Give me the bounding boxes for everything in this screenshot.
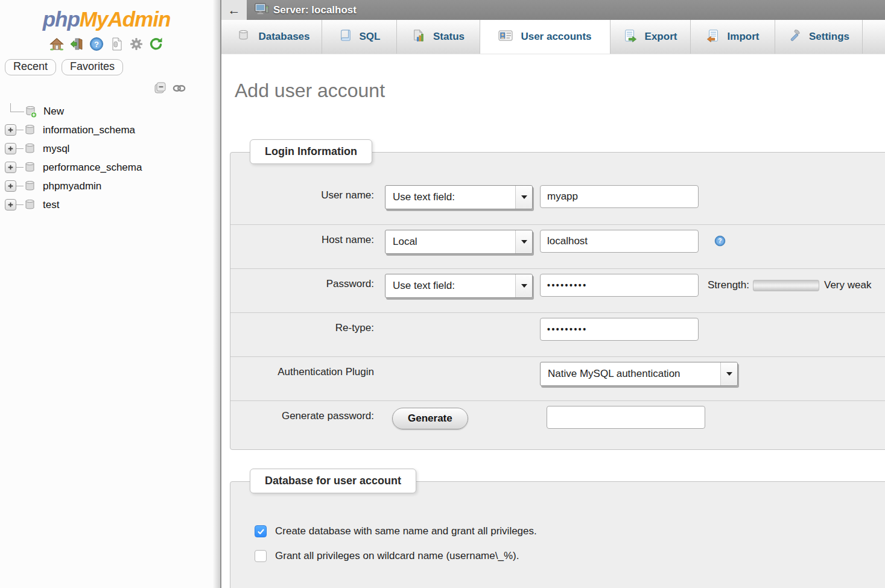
topbar: ← Server: localhost <box>221 0 885 20</box>
password-label: Password: <box>255 274 374 290</box>
username-label: User name: <box>255 185 374 201</box>
hostname-input[interactable] <box>540 230 699 253</box>
chevron-down-icon <box>515 186 532 209</box>
selected-option: Use text field: <box>385 280 515 292</box>
tree-item-database: phpmyadmin <box>0 177 213 195</box>
auth-plugin-label: Authentication Plugin <box>255 362 374 378</box>
tree-item-new-label[interactable]: New <box>43 106 64 118</box>
database-for-user-legend: Database for user account <box>250 469 416 493</box>
refresh-icon[interactable] <box>149 37 163 51</box>
docs-icon[interactable] <box>109 37 124 51</box>
database-for-user-fieldset: Database for user account Create databas… <box>230 481 885 588</box>
tab-label: Settings <box>809 31 849 43</box>
database-icon <box>24 198 37 212</box>
tab-sql[interactable]: SQL <box>322 20 397 54</box>
sidebar: phpMyAdmin ? Recent Favorites <box>0 0 213 588</box>
create-database-label[interactable]: Create database with same name and grant… <box>275 525 537 537</box>
password-type-select[interactable]: Use text field: <box>385 274 533 298</box>
chevron-down-icon <box>515 274 532 297</box>
selected-option: Local <box>385 236 515 248</box>
tree-item-label[interactable]: test <box>43 199 59 211</box>
tab-status[interactable]: Status <box>397 20 480 54</box>
tree-item-label[interactable]: information_schema <box>43 124 135 136</box>
sql-icon <box>338 29 352 45</box>
favorites-dropdown[interactable]: Favorites <box>62 59 123 75</box>
panel-resizer[interactable] <box>213 0 221 588</box>
link-with-main-icon[interactable] <box>173 84 186 92</box>
selected-option: Use text field: <box>385 191 515 203</box>
tree-item-label[interactable]: mysql <box>43 143 69 155</box>
generate-password-row: Generate password: Generate <box>230 400 885 444</box>
password-strength: Strength: Very weak <box>708 274 871 291</box>
expand-icon[interactable] <box>5 143 16 154</box>
tree-connector-line <box>16 204 24 205</box>
export-icon <box>624 29 637 45</box>
page-content: Add user account Login Information User … <box>221 54 885 588</box>
back-button[interactable]: ← <box>221 0 247 20</box>
generate-button[interactable]: Generate <box>392 408 468 429</box>
tab-label: User accounts <box>521 31 591 43</box>
databases-icon <box>237 29 250 45</box>
tab-export[interactable]: Export <box>611 20 691 54</box>
tree-connector-line <box>16 167 24 168</box>
expand-icon[interactable] <box>5 180 16 192</box>
collapse-all-icon[interactable] <box>154 81 167 95</box>
strength-meter <box>753 280 819 291</box>
auth-plugin-select[interactable]: Native MySQL authentication <box>540 362 738 386</box>
hostname-label: Host name: <box>255 230 374 246</box>
retype-label: Re-type: <box>255 318 374 334</box>
strength-text: Very weak <box>824 279 871 291</box>
selected-option: Native MySQL authentication <box>541 368 720 380</box>
tab-label: Databases <box>258 31 309 43</box>
expand-icon[interactable] <box>5 162 16 173</box>
grant-wildcard-option: Grant all privileges on wildcard name (u… <box>255 550 885 562</box>
tab-import[interactable]: Import <box>691 20 775 54</box>
recent-dropdown[interactable]: Recent <box>5 59 56 75</box>
chevron-down-icon <box>720 362 737 385</box>
help-icon[interactable]: ? <box>89 37 104 51</box>
home-icon[interactable] <box>49 37 64 51</box>
hostname-type-select[interactable]: Local <box>385 230 533 254</box>
database-icon <box>24 180 37 193</box>
main-panel: ← Server: localhost Databases SQL Status <box>221 0 885 588</box>
import-icon <box>706 29 720 45</box>
phpmyadmin-logo[interactable]: phpMyAdmin <box>0 5 213 31</box>
tab-databases[interactable]: Databases <box>226 20 322 54</box>
grant-wildcard-checkbox[interactable] <box>255 550 267 562</box>
tree-connector-line <box>16 186 24 186</box>
server-icon <box>255 2 269 18</box>
chevron-down-icon <box>515 230 532 253</box>
logo-php-text: php <box>43 7 80 31</box>
retype-password-input[interactable] <box>540 318 699 341</box>
hostname-help-icon[interactable]: ? <box>714 235 726 247</box>
create-database-checkbox[interactable] <box>255 525 267 537</box>
generated-password-input[interactable] <box>547 406 705 429</box>
tab-user-accounts[interactable]: User accounts <box>480 20 611 54</box>
tree-item-label[interactable]: performance_schema <box>43 162 142 174</box>
gear-icon[interactable] <box>129 37 144 51</box>
expand-icon[interactable] <box>5 199 16 210</box>
svg-text:?: ? <box>94 40 99 49</box>
tree-controls <box>0 81 186 95</box>
tree-item-new: New <box>0 102 213 121</box>
grant-wildcard-label[interactable]: Grant all privileges on wildcard name (u… <box>275 550 519 562</box>
expand-icon[interactable] <box>5 124 16 136</box>
page-title: Add user account <box>235 80 885 102</box>
tab-bar: Databases SQL Status User accounts Expor… <box>221 20 885 54</box>
sidebar-nav-icons: ? <box>0 37 213 51</box>
tab-settings[interactable]: Settings <box>775 20 863 54</box>
username-type-select[interactable]: Use text field: <box>385 185 533 209</box>
username-input[interactable] <box>540 185 699 208</box>
breadcrumb-server[interactable]: Server: localhost <box>273 4 357 16</box>
logout-icon[interactable] <box>69 37 84 51</box>
database-icon <box>24 142 37 156</box>
tree-item-database: mysql <box>0 139 213 158</box>
svg-text:?: ? <box>718 238 722 244</box>
tree-connector-line <box>16 148 24 149</box>
wrench-icon <box>788 29 801 45</box>
server-breadcrumb-bar: Server: localhost <box>247 0 885 20</box>
login-information-legend: Login Information <box>250 139 372 164</box>
tree-item-label[interactable]: phpmyadmin <box>43 180 101 192</box>
tab-label: Import <box>728 31 760 43</box>
password-input[interactable] <box>540 274 699 297</box>
